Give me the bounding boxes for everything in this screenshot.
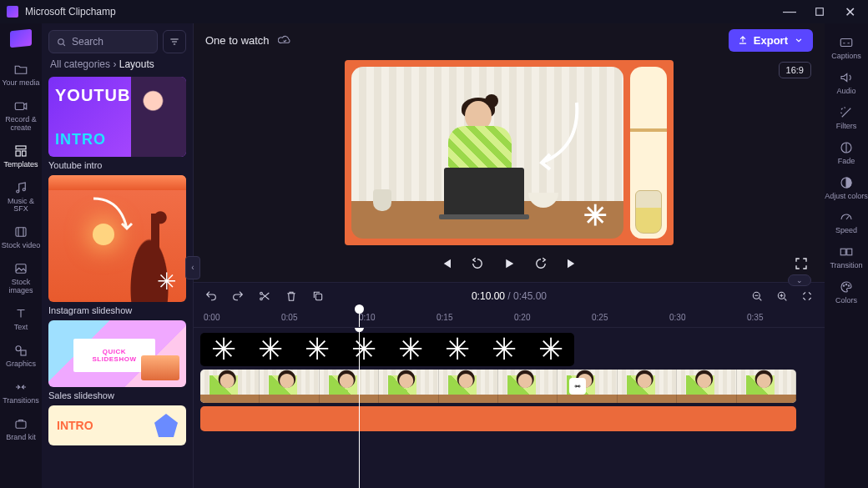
nav-stock-video[interactable]: Stock video — [0, 219, 42, 254]
wand-icon — [839, 105, 854, 120]
nav-transitions[interactable]: Transitions — [0, 375, 42, 410]
svg-point-23 — [843, 285, 845, 287]
timeline-tracks[interactable]: ✳✳✳✳✳✳✳✳ — [194, 328, 825, 488]
nav-your-media[interactable]: Your media — [0, 57, 42, 92]
delete-button[interactable] — [284, 289, 299, 304]
timecode: 0:10.00 / 0:45.00 — [472, 290, 547, 302]
filter-button[interactable] — [163, 30, 186, 53]
nav-record-create[interactable]: Record & create — [0, 93, 42, 137]
nav-templates[interactable]: Templates — [0, 138, 42, 174]
clip-background[interactable] — [200, 406, 796, 431]
zoom-fit-button[interactable] — [800, 289, 815, 304]
aspect-ratio-button[interactable]: 16:9 — [779, 62, 811, 78]
template-label: Sales slideshow — [48, 390, 186, 400]
prop-speed[interactable]: Speed — [825, 204, 868, 239]
nav-label: Graphics — [6, 360, 36, 369]
fade-icon — [839, 140, 854, 155]
transition-marker[interactable] — [569, 378, 586, 395]
template-intro[interactable]: INTRO — [48, 405, 186, 445]
prop-label: Captions — [831, 53, 861, 61]
nav-music-sfx[interactable]: Music & SFX — [0, 175, 42, 219]
prop-captions[interactable]: Captions — [825, 30, 868, 65]
window-minimize-button[interactable]: — — [778, 2, 801, 22]
nav-text[interactable]: Text — [0, 301, 42, 336]
export-button[interactable]: Export — [729, 29, 813, 52]
transition-icon — [839, 244, 854, 259]
preview-frame-side — [630, 67, 667, 239]
skip-start-button[interactable] — [437, 255, 454, 272]
breadcrumb-root[interactable]: All categories — [50, 58, 110, 70]
thumb-text: SLIDESHOW — [93, 355, 137, 363]
breadcrumb[interactable]: All categories › Layouts — [42, 58, 193, 77]
shapes-icon — [13, 343, 28, 358]
clipchamp-logo-icon[interactable] — [10, 29, 32, 48]
thumb-text: YOUTUBE — [55, 87, 124, 103]
nav-label: Record & create — [0, 116, 42, 133]
timeline-ruler[interactable]: 0:00 0:05 0:10 0:15 0:20 0:25 0:30 0:35 — [194, 309, 825, 328]
clip-graphics[interactable]: ✳✳✳✳✳✳✳✳ — [200, 333, 574, 366]
left-nav-rail: Your media Record & create Templates Mus… — [0, 23, 42, 488]
duplicate-button[interactable] — [310, 289, 326, 304]
seek-forward-button[interactable] — [532, 255, 549, 272]
template-thumb[interactable]: YOUTUBEINTRO — [48, 77, 186, 157]
zoom-out-button[interactable] — [749, 289, 765, 304]
svg-point-9 — [16, 346, 21, 351]
split-button[interactable] — [257, 289, 272, 304]
upload-icon — [737, 34, 749, 46]
nav-label: Music & SFX — [0, 198, 42, 214]
search-placeholder: Search — [72, 36, 103, 48]
track-background[interactable] — [197, 406, 825, 431]
search-input[interactable]: Search — [48, 30, 158, 53]
nav-graphics[interactable]: Graphics — [0, 338, 42, 373]
prop-filters[interactable]: Filters — [825, 100, 868, 135]
playhead[interactable] — [359, 309, 360, 327]
track-video[interactable] — [197, 370, 825, 403]
templates-panel: Search All categories › Layouts YOUTUBEI… — [42, 23, 194, 488]
briefcase-icon — [13, 416, 28, 431]
playhead-line[interactable] — [359, 328, 360, 488]
template-thumb[interactable]: ✳ — [48, 175, 186, 302]
svg-rect-0 — [816, 8, 824, 16]
speaker-icon — [839, 70, 854, 85]
nav-brand-kit[interactable]: Brand kit — [0, 411, 42, 446]
captions-icon — [839, 35, 854, 50]
template-instagram-slideshow[interactable]: ✳ Instagram slideshow — [48, 175, 186, 315]
prop-audio[interactable]: Audio — [825, 65, 868, 100]
prop-transition[interactable]: Transition — [825, 239, 868, 274]
zoom-in-button[interactable] — [775, 289, 790, 304]
skip-end-button[interactable] — [564, 255, 581, 272]
play-button[interactable] — [501, 255, 517, 272]
seek-back-button[interactable] — [469, 255, 486, 272]
nav-label: Brand kit — [6, 434, 36, 442]
undo-button[interactable] — [204, 289, 219, 304]
nav-stock-images[interactable]: Stock images — [0, 256, 42, 299]
ruler-tick: 0:20 — [514, 313, 530, 322]
svg-rect-4 — [23, 151, 27, 156]
window-close-button[interactable]: ✕ — [838, 2, 861, 22]
svg-rect-3 — [16, 151, 20, 156]
preview-canvas[interactable]: ✳ — [345, 60, 674, 245]
preview-controls — [194, 245, 825, 282]
svg-rect-21 — [840, 249, 845, 256]
prop-label: Filters — [836, 123, 857, 131]
prop-colors[interactable]: Colors — [825, 274, 868, 309]
ruler-tick: 0:00 — [204, 313, 220, 322]
redo-button[interactable] — [230, 289, 245, 304]
template-youtube-intro[interactable]: YOUTUBEINTRO Youtube intro — [48, 77, 186, 170]
template-thumb[interactable]: QUICKSLIDESHOW — [48, 320, 186, 387]
clip-video[interactable] — [200, 370, 796, 403]
timeline: ⌄ 0:10.00 / 0:45.00 — [194, 282, 825, 488]
prop-fade[interactable]: Fade — [825, 135, 868, 170]
export-label: Export — [754, 34, 788, 47]
cloud-sync-icon[interactable] — [278, 33, 291, 47]
templates-icon — [13, 143, 28, 158]
fullscreen-button[interactable] — [793, 255, 810, 272]
template-sales-slideshow[interactable]: QUICKSLIDESHOW Sales slideshow — [48, 320, 186, 400]
svg-point-12 — [58, 38, 64, 44]
project-title[interactable]: One to watch — [205, 34, 270, 47]
track-overlay[interactable]: ✳✳✳✳✳✳✳✳ — [197, 333, 825, 366]
prop-adjust-colors[interactable]: Adjust colors — [825, 170, 868, 205]
window-maximize-button[interactable] — [808, 2, 831, 22]
nav-label: Your media — [2, 79, 39, 88]
template-thumb[interactable]: INTRO — [48, 405, 186, 445]
